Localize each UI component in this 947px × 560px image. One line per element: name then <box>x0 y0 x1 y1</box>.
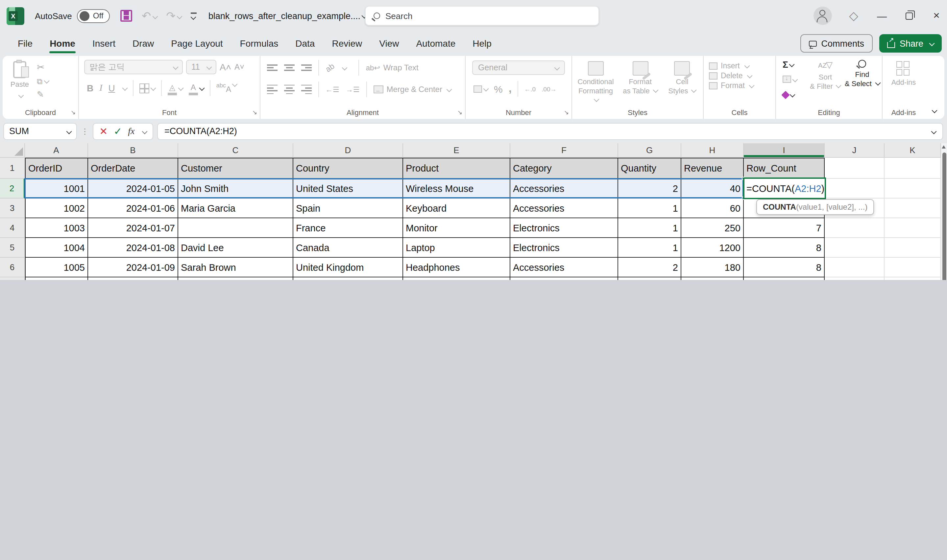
insert-cells-button[interactable]: Insert <box>709 62 775 70</box>
formula-input[interactable]: =COUNTA(A2:H2) <box>157 123 943 140</box>
cell-I5[interactable]: 8 <box>744 238 825 258</box>
cell-B7[interactable] <box>88 277 178 280</box>
cell-K5[interactable] <box>884 238 941 258</box>
format-painter-icon[interactable]: ✎ <box>37 89 48 99</box>
tab-insert[interactable]: Insert <box>84 33 124 54</box>
cell-K2[interactable] <box>884 179 941 198</box>
decrease-decimal-icon[interactable]: .00→ <box>542 85 556 92</box>
column-header-J[interactable]: J <box>825 143 884 158</box>
cell-C2[interactable]: John Smith <box>178 179 293 198</box>
ribbon-collapse[interactable] <box>925 56 944 119</box>
cell-E6[interactable]: Headphones <box>403 258 510 277</box>
cell-A1[interactable]: OrderID <box>25 158 88 179</box>
cell-C6[interactable]: Sarah Brown <box>178 258 293 277</box>
cell-G2[interactable]: 2 <box>618 179 681 198</box>
column-header-I[interactable]: I <box>744 143 825 158</box>
cell-E3[interactable]: Keyboard <box>403 198 510 218</box>
cell-B6[interactable]: 2024-01-09 <box>88 258 178 277</box>
cell-G6[interactable]: 2 <box>618 258 681 277</box>
cut-icon[interactable]: ✂ <box>37 62 48 72</box>
cell-F3[interactable]: Accessories <box>510 198 618 218</box>
cell-J2[interactable] <box>825 179 884 198</box>
cell-K6[interactable] <box>884 258 941 277</box>
cell-H4[interactable]: 250 <box>681 218 744 238</box>
row-header-1[interactable]: 1 <box>0 158 25 179</box>
clipboard-dialog-launcher[interactable]: ↘ <box>71 109 75 116</box>
row-header-7[interactable]: 7 <box>0 277 25 280</box>
namebox-splitter[interactable]: ⋮ <box>81 126 89 136</box>
document-title[interactable]: blank_rows_after_cleanup_example.... <box>208 11 360 21</box>
cell-J7[interactable] <box>825 277 884 280</box>
cell-F7[interactable] <box>510 277 618 280</box>
cell-H3[interactable]: 60 <box>681 198 744 218</box>
cell-I6[interactable]: 8 <box>744 258 825 277</box>
cell-H1[interactable]: Revenue <box>681 158 744 179</box>
cell-D2[interactable]: United States <box>293 179 403 198</box>
cell-E2[interactable]: Wireless Mouse <box>403 179 510 198</box>
cell-C4[interactable] <box>178 218 293 238</box>
undo-icon[interactable]: ↶ <box>142 10 157 22</box>
delete-cells-button[interactable]: Delete <box>709 72 775 80</box>
phonetic-button[interactable]: abcA <box>216 82 237 94</box>
cell-C1[interactable]: Customer <box>178 158 293 179</box>
cell-J4[interactable] <box>825 218 884 238</box>
save-icon[interactable] <box>121 10 132 22</box>
borders-button[interactable] <box>139 83 155 93</box>
name-box[interactable]: SUM <box>3 123 77 140</box>
middle-align-icon[interactable] <box>284 65 295 71</box>
decrease-indent-icon[interactable]: ←☰ <box>325 85 339 94</box>
bold-button[interactable]: B <box>87 83 93 93</box>
row-header-6[interactable]: 6 <box>0 258 25 277</box>
cell-B2[interactable]: 2024-01-05 <box>88 179 178 198</box>
autosum-button[interactable]: Σ <box>782 58 797 70</box>
tab-view[interactable]: View <box>371 33 407 54</box>
number-format-select[interactable]: General <box>472 60 565 75</box>
account-avatar[interactable] <box>813 6 832 25</box>
cell-H5[interactable]: 1200 <box>681 238 744 258</box>
cell-A4[interactable]: 1003 <box>25 218 88 238</box>
cell-G3[interactable]: 1 <box>618 198 681 218</box>
format-as-table-button[interactable]: Formatas Table <box>619 61 661 105</box>
copy-icon[interactable]: ⧉ <box>37 75 48 87</box>
clear-button[interactable] <box>782 89 797 100</box>
cell-G1[interactable]: Quantity <box>618 158 681 179</box>
wrap-text-button[interactable]: ab↩ Wrap Text <box>366 63 419 72</box>
cell-F5[interactable]: Electronics <box>510 238 618 258</box>
tab-file[interactable]: File <box>9 33 41 54</box>
cell-B1[interactable]: OrderDate <box>88 158 178 179</box>
insert-function-button[interactable]: fx <box>128 126 134 136</box>
cell-A5[interactable]: 1004 <box>25 238 88 258</box>
tab-formulas[interactable]: Formulas <box>231 33 287 54</box>
column-header-E[interactable]: E <box>403 143 510 158</box>
column-header-B[interactable]: B <box>88 143 178 158</box>
column-header-D[interactable]: D <box>293 143 403 158</box>
scroll-up-arrow[interactable] <box>942 145 946 149</box>
minimize-button[interactable]: — <box>875 10 888 22</box>
alignment-dialog-launcher[interactable]: ↘ <box>457 109 462 116</box>
cell-F6[interactable]: Accessories <box>510 258 618 277</box>
cell-I2[interactable] <box>744 179 825 198</box>
tab-home[interactable]: Home <box>41 33 84 54</box>
merge-center-button[interactable]: ↔ Merge & Center <box>374 85 451 94</box>
comma-style-icon[interactable]: , <box>509 82 512 95</box>
cell-A2[interactable]: 1001 <box>25 179 88 198</box>
cell-C5[interactable]: David Lee <box>178 238 293 258</box>
row-header-2[interactable]: 2 <box>0 179 25 198</box>
cell-J1[interactable] <box>825 158 884 179</box>
cell-K4[interactable] <box>884 218 941 238</box>
cell-B5[interactable]: 2024-01-08 <box>88 238 178 258</box>
cell-H6[interactable]: 180 <box>681 258 744 277</box>
cell-D7[interactable] <box>293 277 403 280</box>
percent-style-icon[interactable]: % <box>494 83 503 94</box>
cell-F4[interactable]: Electronics <box>510 218 618 238</box>
cell-I7[interactable]: 0 <box>744 277 825 280</box>
tab-help[interactable]: Help <box>464 33 500 54</box>
cell-E7[interactable] <box>403 277 510 280</box>
search-input[interactable]: Search <box>365 6 599 26</box>
accounting-format-icon[interactable] <box>473 83 488 95</box>
align-right-icon[interactable] <box>301 85 312 94</box>
select-all-corner[interactable] <box>0 143 25 158</box>
cancel-entry-button[interactable]: ✕ <box>99 125 108 137</box>
premium-diamond-icon[interactable]: ◇ <box>849 9 858 23</box>
cell-A7[interactable] <box>25 277 88 280</box>
